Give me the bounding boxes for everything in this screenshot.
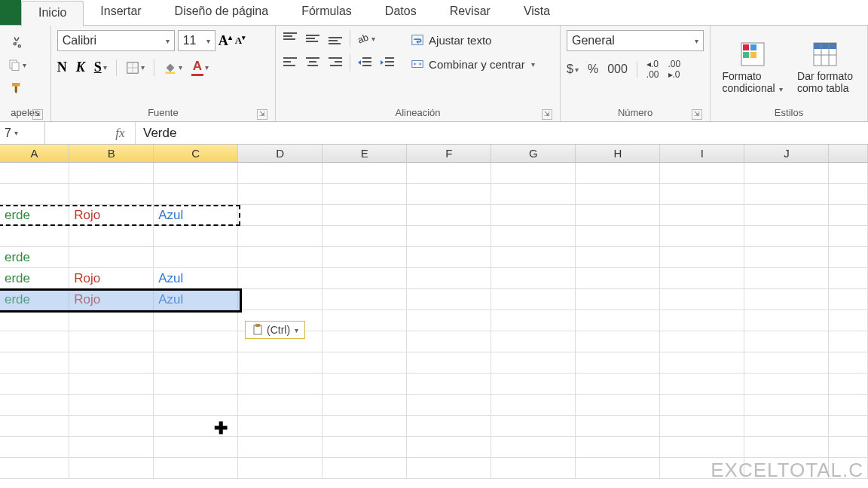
font-color-button[interactable]: A ▾: [191, 59, 209, 76]
align-middle-button[interactable]: [304, 32, 321, 45]
bold-button[interactable]: N: [57, 59, 67, 75]
increase-indent-button[interactable]: [379, 56, 396, 69]
number-format-combo[interactable]: General▾: [567, 30, 704, 51]
tab-insertar[interactable]: Insertar: [84, 0, 157, 26]
worksheet-grid[interactable]: A B C D E F G H I J erdeRojoAzul erde er…: [0, 145, 868, 479]
col-header-h[interactable]: H: [576, 145, 660, 162]
font-name-combo[interactable]: Calibri▾: [57, 30, 175, 51]
wrap-text-button[interactable]: Ajustar texto: [411, 33, 535, 47]
col-header-c[interactable]: C: [154, 145, 238, 162]
tab-revisar[interactable]: Revisar: [433, 0, 507, 26]
align-right-button[interactable]: [327, 56, 344, 69]
number-group-label: Número: [618, 107, 653, 118]
svg-rect-5: [165, 72, 175, 74]
font-size-combo[interactable]: 11▾: [178, 30, 215, 51]
increase-decimal-button[interactable]: ◂.0.00: [646, 59, 659, 80]
cut-button[interactable]: [6, 33, 27, 51]
grow-font-button[interactable]: A▴: [219, 33, 232, 49]
col-header-g[interactable]: G: [491, 145, 576, 162]
cell-c3[interactable]: Azul: [154, 205, 238, 226]
cell-a3[interactable]: erde: [0, 205, 69, 226]
col-header-b[interactable]: B: [69, 145, 154, 162]
font-launcher[interactable]: ⇲: [257, 109, 267, 120]
alignment-group-label: Alineación: [396, 107, 441, 118]
brush-icon: [10, 81, 23, 94]
currency-button[interactable]: $▾: [567, 63, 579, 76]
fx-button[interactable]: fx: [105, 122, 136, 144]
chevron-down-icon: ▾: [141, 63, 145, 72]
fill-color-button[interactable]: ▾: [164, 61, 182, 75]
cell-c6[interactable]: Azul: [154, 268, 238, 289]
svg-rect-39: [814, 43, 836, 49]
bucket-icon: [164, 61, 177, 75]
chevron-down-icon: ▾: [206, 37, 210, 45]
paste-options-tag[interactable]: (Ctrl)▾: [245, 321, 305, 339]
cell-b6[interactable]: Rojo: [69, 268, 154, 289]
cell-a7[interactable]: erde: [0, 289, 69, 310]
format-as-table-button[interactable]: Dar formatocomo tabla: [789, 30, 861, 105]
comma-style-button[interactable]: 000: [607, 63, 628, 76]
chevron-down-icon: ▾: [166, 37, 170, 45]
formula-input[interactable]: Verde: [136, 122, 868, 144]
col-header-d[interactable]: D: [238, 145, 322, 162]
orientation-button[interactable]: ab ▾: [356, 32, 375, 45]
decrease-decimal-button[interactable]: .00▸.0: [668, 59, 681, 80]
tab-vista[interactable]: Vista: [507, 0, 567, 26]
tab-formulas[interactable]: Fórmulas: [285, 0, 368, 26]
col-header-j[interactable]: J: [744, 145, 829, 162]
col-header-k[interactable]: [829, 145, 868, 162]
font-group-label: Fuente: [148, 107, 178, 118]
ribbon: ▾ apeles⇲ Calibri▾ 11▾ A▴ A▾ N K S▾: [0, 26, 868, 122]
orientation-icon: ab: [356, 32, 370, 45]
align-center-button[interactable]: [304, 56, 321, 69]
wrap-icon: [411, 33, 424, 47]
conditional-format-button[interactable]: Formatocondicional ▾: [717, 30, 789, 105]
percent-button[interactable]: %: [588, 63, 598, 76]
borders-icon: [126, 61, 139, 75]
shrink-font-button[interactable]: A▾: [235, 34, 246, 47]
svg-rect-37: [750, 52, 756, 58]
align-bottom-button[interactable]: [327, 32, 344, 45]
chevron-down-icon: ▾: [575, 66, 579, 74]
cell-b3[interactable]: Rojo: [69, 205, 154, 226]
tab-datos[interactable]: Datos: [368, 0, 433, 26]
tab-diseno[interactable]: Diseño de página: [158, 0, 286, 26]
decrease-indent-button[interactable]: [356, 56, 373, 69]
cell-a5[interactable]: erde: [0, 247, 69, 268]
column-headers: A B C D E F G H I J: [0, 145, 868, 163]
cell-a6[interactable]: erde: [0, 268, 69, 289]
svg-rect-34: [743, 44, 749, 50]
borders-button[interactable]: ▾: [126, 61, 145, 75]
col-header-a[interactable]: A: [0, 145, 69, 162]
svg-rect-32: [412, 61, 423, 68]
cond-format-icon: [740, 41, 766, 67]
italic-button[interactable]: K: [76, 59, 85, 75]
merge-center-button[interactable]: Combinar y centrar ▾: [411, 57, 535, 71]
col-header-e[interactable]: E: [322, 145, 407, 162]
cell-cursor-icon: ✚: [214, 419, 228, 438]
cell-c7[interactable]: Azul: [154, 289, 238, 310]
format-painter-button[interactable]: [6, 78, 27, 96]
clipboard-launcher[interactable]: ⇲: [32, 109, 43, 120]
alignment-launcher[interactable]: ⇲: [542, 109, 552, 120]
tab-inicio[interactable]: Inicio: [21, 1, 84, 26]
watermark: EXCELTOTAL.C: [711, 459, 863, 482]
file-tab[interactable]: [0, 0, 21, 25]
chevron-down-icon: ▾: [14, 129, 18, 137]
table-icon: [812, 41, 838, 67]
cell-b7[interactable]: Rojo: [69, 289, 154, 310]
copy-button[interactable]: ▾: [6, 56, 27, 74]
chevron-down-icon: ▾: [205, 63, 209, 72]
underline-button[interactable]: S▾: [94, 59, 107, 75]
chevron-down-icon: ▾: [695, 37, 698, 45]
align-top-button[interactable]: [282, 32, 298, 45]
name-box[interactable]: 7▾: [0, 122, 45, 144]
align-left-button[interactable]: [282, 56, 298, 69]
col-header-f[interactable]: F: [407, 145, 491, 162]
svg-text:ab: ab: [356, 32, 370, 45]
chevron-down-icon: ▾: [179, 63, 182, 72]
col-header-i[interactable]: I: [660, 145, 744, 162]
merge-icon: [411, 57, 424, 71]
number-launcher[interactable]: ⇲: [692, 109, 702, 120]
copy-icon: [8, 58, 21, 72]
